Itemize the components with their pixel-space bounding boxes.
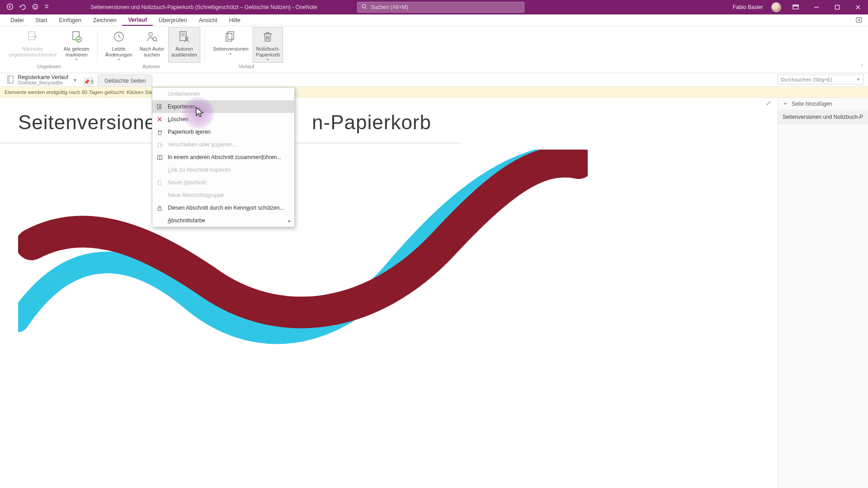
svg-rect-37 (160, 155, 162, 160)
page-title-left: Seitenversione (18, 111, 156, 133)
menu-ansicht[interactable]: Ansicht (193, 15, 223, 25)
menu-start[interactable]: Start (29, 15, 53, 25)
expand-icon[interactable]: ⤢ (766, 99, 771, 107)
ribbon-next-unread-label: Nächstes ungelesenes Element (9, 46, 57, 57)
pin-count-badge[interactable]: 📌 5 (84, 77, 93, 86)
section-icon (156, 179, 163, 186)
titlebar-right: Fabio Basler (733, 0, 864, 14)
ctx-link-label: Link zu Abschnitt kopieren (168, 167, 290, 173)
menu-verlauf[interactable]: Verlauf (122, 15, 153, 26)
notebook-selector[interactable]: Registerkarte Verlauf OneNote_RecycleBin… (3, 74, 81, 86)
svg-rect-10 (835, 5, 840, 9)
notebook-icon (7, 75, 15, 85)
ribbon-mark-read[interactable]: Als gelesen markieren ▾ (61, 27, 93, 63)
ribbon: Nächstes ungelesenes Element Als gelesen… (0, 26, 868, 73)
add-page-label: Seite hinzufügen (792, 101, 832, 107)
svg-point-3 (36, 6, 37, 7)
trash-icon (259, 29, 276, 45)
maximize-icon[interactable] (831, 2, 844, 12)
close-icon[interactable] (852, 2, 864, 12)
ribbon-find-by-author[interactable]: Nach Autor suchen (137, 27, 167, 63)
chevron-down-icon: ▾ (230, 52, 231, 56)
ctx-export-label: Exportieren... (168, 103, 290, 110)
merge-icon (156, 154, 163, 161)
ribbon-hide-authors[interactable]: Autoren ausblenden (168, 27, 200, 63)
window-title: Seitenversionen und Notizbuch-Papierkorb… (90, 0, 317, 14)
chevron-right-icon: ▸ (288, 218, 291, 223)
ribbon-page-versions[interactable]: Seitenversionen ▾ (210, 27, 252, 63)
ctx-section-color[interactable]: Abschnittsfarbe ▸ (152, 214, 294, 227)
ribbon-group-authors-label: Autoren (142, 63, 160, 71)
pin-icon: 📌 (84, 79, 90, 85)
chevron-down-icon: ▾ (75, 57, 77, 61)
blank-icon (156, 90, 163, 98)
menu-ueberpruefen[interactable]: Überprüfen (153, 15, 193, 25)
svg-line-6 (365, 8, 367, 9)
ribbon-mark-read-label: Als gelesen markieren (64, 46, 90, 57)
ctx-rename-label: Umbenennen (168, 91, 290, 97)
ribbon-collapse-icon[interactable]: ˄ (861, 64, 863, 70)
svg-rect-26 (228, 32, 234, 39)
minimize-icon[interactable] (810, 2, 823, 12)
ctx-move-copy: Verschieben oder kopieren... (152, 138, 294, 151)
ctx-copy-link: Link zu Abschnitt kopieren (152, 164, 294, 176)
ribbon-group-authors: Letzte Änderungen ▾ Nach Autor suchen Au… (99, 27, 203, 73)
svg-point-1 (33, 4, 38, 9)
ribbon-display-icon[interactable] (789, 2, 802, 12)
touch-mode-icon[interactable] (32, 3, 39, 12)
add-page-button[interactable]: ＋ Seite hinzufügen (778, 98, 868, 110)
ctx-delete[interactable]: Löschen (152, 113, 294, 126)
ribbon-recycle-bin[interactable]: Notizbuch- Papierkorb ▾ (253, 27, 283, 63)
ribbon-recent-changes[interactable]: Letzte Änderungen ▾ (102, 27, 136, 63)
menu-zeichnen[interactable]: Zeichnen (87, 15, 122, 25)
ctx-merge[interactable]: In einem anderen Abschnitt zusammenführe… (152, 151, 294, 164)
ctx-new-group-label: Neue Abschnittsgruppe (168, 192, 290, 198)
ctx-export[interactable]: Exportieren... (152, 100, 294, 113)
menu-bar: Datei Start Einfügen Zeichnen Verlauf Üb… (0, 14, 868, 26)
ribbon-group-unread: Nächstes ungelesenes Element Als gelesen… (3, 27, 95, 73)
user-avatar-icon[interactable] (771, 2, 781, 12)
menu-datei[interactable]: Datei (5, 15, 29, 25)
svg-rect-14 (28, 32, 35, 40)
svg-rect-38 (158, 181, 161, 185)
ctx-protect-label: Diesen Abschnitt durch ein Kennwort schü… (168, 205, 290, 211)
undo-icon[interactable] (19, 3, 26, 12)
ribbon-hide-authors-label: Autoren ausblenden (171, 46, 197, 57)
decorative-swoosh (18, 150, 588, 385)
ribbon-group-history-label: Verlauf (239, 63, 254, 71)
pages-stack-icon (222, 29, 239, 45)
svg-point-2 (34, 6, 35, 7)
note-search[interactable]: Durchsuchen (Strg+E) ▼ (778, 75, 863, 84)
svg-rect-35 (158, 143, 161, 147)
share-icon[interactable] (855, 16, 863, 24)
content-wrap: Seitenversionexxxxxxxxxxxxxxxn-Papierkor… (0, 98, 868, 488)
ctx-empty-label: Papierkorb leeren (168, 129, 290, 135)
ribbon-page-versions-label: Seitenversionen (213, 46, 249, 52)
menu-einfuegen[interactable]: Einfügen (53, 15, 87, 25)
ctx-empty-recycle[interactable]: Papierkorb leeren (152, 126, 294, 138)
global-search[interactable]: Suchen (Alt+M) (357, 2, 524, 13)
page-check-icon (68, 29, 85, 45)
ctx-new-section-group: Neue Abschnittsgruppe (152, 189, 294, 202)
search-placeholder: Suchen (Alt+M) (371, 4, 408, 10)
section-context-menu: Umbenennen Exportieren... Löschen Papier… (152, 87, 295, 227)
person-search-icon (144, 29, 160, 45)
section-tab-deleted-pages[interactable]: Gelöschte Seiten (98, 75, 152, 86)
svg-rect-4 (45, 5, 48, 5)
svg-rect-30 (8, 76, 13, 83)
lock-icon (156, 204, 163, 211)
menu-hilfe[interactable]: Hilfe (223, 15, 246, 25)
titlebar-left-icons (0, 3, 49, 12)
info-banner[interactable]: Elemente werden endgültig nach 60 Tagen … (0, 87, 868, 98)
user-name[interactable]: Fabio Basler (733, 4, 763, 10)
move-icon (156, 141, 163, 148)
back-icon[interactable] (6, 3, 14, 12)
ctx-password-protect[interactable]: Diesen Abschnitt durch ein Kennwort schü… (152, 202, 294, 214)
clock-icon (111, 29, 127, 45)
qat-dropdown-icon[interactable] (44, 4, 49, 10)
page-list-item[interactable]: Seitenversionen und Notizbuch-P (778, 110, 868, 124)
svg-rect-25 (226, 33, 232, 41)
blank-icon (156, 192, 163, 199)
svg-point-5 (362, 5, 366, 8)
page-canvas[interactable]: Seitenversionexxxxxxxxxxxxxxxn-Papierkor… (0, 98, 778, 488)
